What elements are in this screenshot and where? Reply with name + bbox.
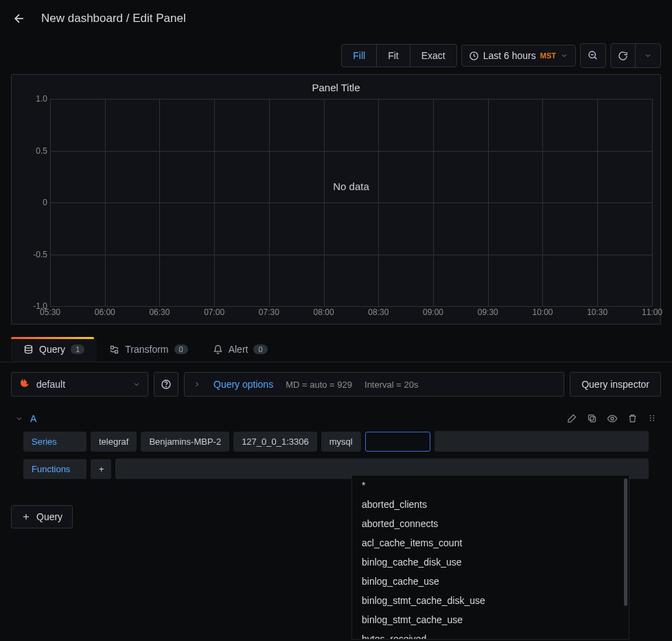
x-tick: 05:30 [40,307,60,317]
x-tick: 09:00 [423,307,443,317]
chart-area: 1.0 0.5 0 -0.5 -1.0 [20,99,652,318]
fit-mode-group: Fill Fit Exact [341,44,456,67]
series-label: Series [23,432,86,452]
tab-label: Query [39,344,65,355]
add-query-button[interactable]: Query [11,505,73,528]
y-tick: 1.0 [36,94,47,104]
svg-rect-9 [590,417,596,422]
pencil-icon [567,413,577,423]
svg-point-17 [653,420,654,421]
copy-icon [587,413,597,423]
add-query-label: Query [36,511,62,522]
tab-label: Alert [229,344,248,355]
panel-title: Panel Title [20,82,652,93]
series-segment[interactable]: 127_0_0_1:3306 [233,432,317,452]
fit-mode-fit[interactable]: Fit [377,45,410,67]
datasource-name: default [36,379,65,390]
fit-mode-fill[interactable]: Fill [342,45,377,67]
svg-point-13 [653,415,654,417]
tab-count: 0 [253,345,267,354]
y-tick: -0.5 [33,250,47,259]
duplicate-query-button[interactable] [587,413,597,424]
x-tick: 09:30 [478,307,498,317]
y-tick: 0.5 [36,146,47,156]
refresh-icon [618,51,628,61]
series-segment[interactable]: mysql [321,432,361,452]
query-options-label: Query options [213,379,273,390]
tab-alert[interactable]: Alert 0 [200,337,280,362]
dropdown-item[interactable]: bytes_received [352,629,629,640]
query-ref-id: A [30,413,36,424]
series-segment[interactable]: Benjamins-MBP-2 [141,432,229,452]
query-options-md: MD = auto = 929 [286,380,352,390]
chevron-down-icon [644,51,652,60]
segment-fill [435,431,649,452]
back-button[interactable] [11,10,27,27]
dropdown-item[interactable]: binlog_cache_disk_use [352,552,629,572]
arrow-left-icon [12,12,26,25]
x-tick: 07:30 [259,307,279,317]
eye-icon [607,413,618,424]
toggle-visibility-button[interactable] [607,413,618,424]
x-tick: 08:00 [314,307,334,317]
refresh-interval-button[interactable] [636,44,660,67]
timezone-badge: MST [540,51,556,60]
chart-grid [50,99,652,306]
add-function-button[interactable]: + [91,459,111,479]
tab-count: 0 [174,345,188,354]
x-tick: 08:30 [368,307,389,317]
functions-label: Functions [23,459,86,479]
x-tick: 10:30 [587,307,607,317]
panel: Panel Title 1.0 0.5 0 -0.5 -1.0 [11,74,661,325]
svg-line-2 [594,57,596,59]
x-tick: 07:00 [204,307,224,317]
dropdown-item[interactable]: * [352,476,629,495]
svg-point-15 [653,417,654,419]
transform-icon [109,345,119,355]
dropdown-item[interactable]: binlog_stmt_cache_use [352,610,629,629]
time-range-picker[interactable]: Last 6 hours MST [461,45,576,67]
svg-rect-5 [111,346,114,349]
dropdown-item[interactable]: aborted_connects [352,514,629,533]
tab-query[interactable]: Query 1 [11,337,97,362]
dropdown-item[interactable]: aborted_clients [352,495,629,514]
plus-icon [21,512,31,522]
database-icon [23,345,34,355]
x-tick: 10:00 [532,307,553,317]
chevron-down-icon[interactable] [15,415,23,423]
series-segment-input[interactable] [365,432,430,452]
dropdown-item[interactable]: binlog_cache_use [352,572,629,591]
dropdown-item[interactable]: acl_cache_items_count [352,533,629,552]
trash-icon [627,413,638,423]
svg-point-4 [25,345,32,348]
svg-point-11 [611,417,614,420]
dropdown-item[interactable]: binlog_stmt_cache_disk_use [352,591,629,610]
dropdown-scrollbar[interactable] [624,478,627,606]
delete-query-button[interactable] [627,413,638,424]
tab-label: Transform [125,344,168,355]
query-inspector-button[interactable]: Query inspector [570,372,661,397]
query-options-interval: Interval = 20s [364,380,418,390]
drag-handle[interactable] [647,413,657,424]
zoom-out-icon [588,50,599,61]
autocomplete-dropdown: * aborted_clients aborted_connects acl_c… [351,475,629,640]
tab-transform[interactable]: Transform 0 [97,337,200,362]
y-tick: 0 [43,198,47,207]
chevron-down-icon [132,380,141,388]
datasource-picker[interactable]: default [11,372,148,397]
fit-mode-exact[interactable]: Exact [410,45,456,67]
datasource-help-button[interactable] [154,372,178,397]
x-tick: 06:30 [149,307,170,317]
svg-rect-6 [115,350,118,353]
refresh-split-button [610,43,661,68]
grafana-icon [19,378,31,391]
edit-query-button[interactable] [567,413,577,424]
query-options[interactable]: Query options MD = auto = 929 Interval =… [184,372,564,397]
svg-point-8 [166,386,167,387]
svg-point-12 [650,415,651,417]
svg-rect-10 [589,415,594,421]
x-tick: 06:00 [95,307,115,317]
refresh-button[interactable] [611,44,636,67]
series-segment[interactable]: telegraf [91,432,137,452]
zoom-out-button[interactable] [580,43,606,68]
